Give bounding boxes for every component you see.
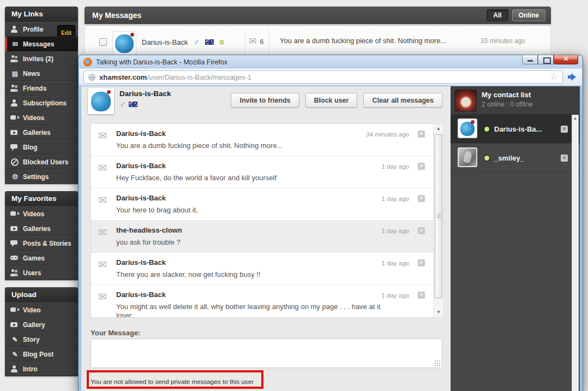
my-avatar[interactable] (455, 90, 477, 111)
sidebar-item[interactable]: Videos (5, 206, 78, 221)
message-sender[interactable]: Darius-is-Back (116, 291, 384, 299)
contacts-scrollbar[interactable] (572, 115, 579, 391)
male-gender-icon (194, 37, 200, 47)
browser-toolbar: xhamster.com/user/Darius-is-Back/message… (79, 68, 582, 86)
page-viewport: Darius-is-Back Invite to friends Block u… (81, 86, 580, 391)
message-checkbox[interactable] (99, 38, 107, 46)
message-sender[interactable]: the-headless-clown (116, 226, 384, 234)
contact-avatar[interactable] (458, 119, 477, 138)
window-titlebar[interactable]: Talking with Darius-is-Back - Mozilla Fi… (79, 55, 583, 68)
delete-message-icon[interactable] (418, 195, 425, 202)
contact-avatar[interactable] (458, 147, 477, 167)
sidebar-item[interactable]: News (5, 66, 78, 81)
desktop: My Links Profile Edit Messages Invites (… (0, 0, 588, 391)
message-preview[interactable]: You are a dumb fucking piece of shit. No… (280, 37, 446, 45)
go-arrow-icon[interactable] (567, 72, 578, 82)
sidebar-item[interactable]: Galleries (5, 221, 78, 236)
scroll-down-icon[interactable] (434, 308, 443, 317)
sidebar-item[interactable]: Settings (5, 169, 78, 184)
filter-all-button[interactable]: All (487, 9, 508, 21)
sidebar-item[interactable]: Subscriptions (5, 96, 78, 110)
person-icon (10, 99, 20, 106)
sidebar-item[interactable]: Games (5, 251, 78, 265)
window-title: Talking with Darius-is-Back - Mozilla Fi… (96, 58, 227, 66)
delete-message-icon[interactable] (418, 292, 425, 299)
action-button[interactable]: Invite to friends (231, 93, 299, 108)
sidebar-item[interactable]: Invites (2) (5, 51, 78, 66)
camera-icon (10, 129, 20, 136)
site-identity-icon[interactable] (88, 74, 95, 81)
bookmark-star-icon[interactable] (550, 74, 558, 80)
message-sender[interactable]: Darius-is-Back (116, 162, 384, 170)
contact-name[interactable]: Darius-is-Ba... (494, 125, 542, 133)
message-input[interactable] (91, 339, 442, 368)
delete-message-icon[interactable] (418, 131, 425, 138)
my-messages-header: My Messages All Online (85, 7, 551, 24)
user-avatar[interactable] (88, 88, 114, 114)
warning-message: You are not allowed to send private mess… (91, 378, 254, 385)
contact-name[interactable]: _smiley_ (494, 154, 524, 162)
url-bar[interactable]: xhamster.com/user/Darius-is-Back/message… (83, 70, 563, 84)
action-button[interactable]: Block user (305, 93, 358, 108)
firefox-window: Talking with Darius-is-Back - Mozilla Fi… (78, 55, 583, 391)
sidebar-item[interactable]: Posts & Stories (5, 236, 78, 251)
sidebar-item[interactable]: Blog Post (5, 347, 78, 362)
url-text[interactable]: xhamster.com/user/Darius-is-Back/message… (99, 73, 251, 81)
filter-online-button[interactable]: Online (512, 9, 545, 21)
close-button[interactable] (554, 55, 578, 64)
delete-message-icon[interactable] (418, 163, 425, 170)
contact-list-panel: My contact list 2 online : 0 offline Dar… (451, 86, 580, 391)
scroll-up-icon[interactable] (434, 125, 443, 133)
sidebar-item[interactable]: Blog (5, 140, 78, 155)
sidebar-item[interactable]: Story (5, 332, 78, 347)
envelope-open-icon (98, 258, 107, 271)
news-icon (10, 67, 20, 81)
resize-grip-icon[interactable] (434, 360, 440, 366)
page-title: My Messages (85, 11, 141, 20)
maximize-button[interactable] (538, 55, 554, 64)
delete-message-icon[interactable] (418, 259, 425, 266)
message-sender[interactable]: Darius-is-Back (116, 258, 384, 266)
message-row: Darius-is-Back Your here to brag about i… (91, 188, 433, 221)
message-sender[interactable]: Darius-is-Back (116, 194, 384, 202)
delete-message-icon[interactable] (418, 227, 425, 234)
minimize-button[interactable] (522, 55, 538, 64)
sidebar-item-label: Invites (2) (23, 52, 53, 66)
sidebar-item[interactable]: Profile Edit (5, 22, 78, 37)
sidebar-item[interactable]: Intro (5, 362, 78, 376)
video-icon (10, 210, 20, 217)
sidebar-item-label: Settings (23, 170, 49, 184)
sidebar-item[interactable]: Blocked Users (5, 155, 78, 169)
sidebar-item[interactable]: Videos (5, 110, 78, 125)
sidebar-section-title: My Favorites (5, 191, 78, 206)
remove-contact-icon[interactable] (561, 155, 568, 162)
sidebar-item[interactable]: Gallery (5, 317, 78, 332)
bubble-icon (10, 144, 20, 151)
pencil-icon (10, 347, 20, 362)
message-time: 33 minutes ago (481, 37, 525, 45)
scrollbar-thumb[interactable] (435, 134, 442, 298)
messages-scrollbar[interactable] (433, 124, 443, 317)
user-name[interactable]: Darius-is-Back (119, 90, 171, 98)
avatar[interactable] (112, 31, 136, 55)
sidebar-item-label: Galleries (23, 222, 51, 236)
firefox-icon (83, 58, 92, 67)
contact-row[interactable]: Darius-is-Ba... (451, 115, 580, 144)
sidebar: My Links Profile Edit Messages Invites (… (5, 7, 78, 383)
message-sender[interactable]: Darius-is-Back (116, 129, 384, 138)
sender-name[interactable]: Darius-is-Back (142, 38, 188, 46)
action-button[interactable]: Clear all messages (363, 93, 442, 108)
sidebar-item[interactable]: Friends (5, 81, 78, 96)
sidebar-item[interactable]: Video (5, 303, 78, 317)
message-time: 1 day ago (381, 260, 409, 266)
sidebar-item[interactable]: Users (5, 265, 78, 280)
contact-list-header: My contact list 2 online : 0 offline (451, 86, 580, 115)
unread-count: 6 (249, 35, 263, 47)
conversation-actions: Invite to friends Block user Clear all m… (231, 93, 442, 108)
sidebar-item[interactable]: Galleries (5, 125, 78, 140)
contact-row[interactable]: _smiley_ (451, 144, 580, 173)
message-text: You might as well delete it all, why bot… (116, 303, 384, 317)
remove-contact-icon[interactable] (561, 126, 568, 133)
sidebar-item-label: Games (23, 251, 45, 265)
sidebar-item[interactable]: Messages (5, 37, 78, 51)
